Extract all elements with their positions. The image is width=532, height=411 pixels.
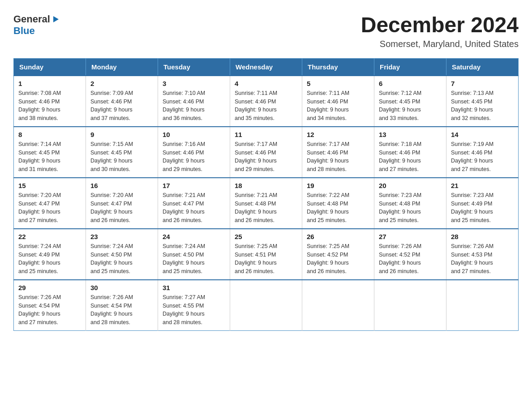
calendar-day-cell: 11 Sunrise: 7:17 AM Sunset: 4:46 PM Dayl… [230, 127, 302, 178]
day-info: Sunrise: 7:20 AM Sunset: 4:47 PM Dayligh… [18, 191, 81, 225]
calendar-day-cell [374, 280, 446, 331]
day-of-week-header: Saturday [446, 58, 519, 76]
calendar-day-cell: 25 Sunrise: 7:25 AM Sunset: 4:51 PM Dayl… [230, 229, 302, 280]
day-number: 13 [379, 131, 442, 138]
day-info: Sunrise: 7:10 AM Sunset: 4:46 PM Dayligh… [163, 89, 225, 123]
day-number: 24 [163, 233, 225, 240]
calendar-day-cell: 15 Sunrise: 7:20 AM Sunset: 4:47 PM Dayl… [14, 178, 86, 229]
title-area: December 2024 Somerset, Maryland, United… [361, 13, 519, 49]
day-info: Sunrise: 7:22 AM Sunset: 4:48 PM Dayligh… [307, 191, 369, 225]
calendar-week-row: 15 Sunrise: 7:20 AM Sunset: 4:47 PM Dayl… [14, 178, 519, 229]
day-info: Sunrise: 7:19 AM Sunset: 4:46 PM Dayligh… [451, 140, 514, 174]
day-info: Sunrise: 7:24 AM Sunset: 4:50 PM Dayligh… [90, 242, 153, 276]
calendar-day-cell: 5 Sunrise: 7:11 AM Sunset: 4:46 PM Dayli… [302, 76, 374, 127]
calendar-day-cell: 7 Sunrise: 7:13 AM Sunset: 4:45 PM Dayli… [446, 76, 519, 127]
logo-blue-text: Blue [13, 25, 35, 36]
calendar-day-cell: 26 Sunrise: 7:25 AM Sunset: 4:52 PM Dayl… [302, 229, 374, 280]
calendar-day-cell: 22 Sunrise: 7:24 AM Sunset: 4:49 PM Dayl… [14, 229, 86, 280]
day-number: 5 [307, 80, 369, 87]
calendar-day-cell: 9 Sunrise: 7:15 AM Sunset: 4:45 PM Dayli… [86, 127, 158, 178]
calendar-day-cell: 29 Sunrise: 7:26 AM Sunset: 4:54 PM Dayl… [14, 280, 86, 331]
calendar-day-cell: 31 Sunrise: 7:27 AM Sunset: 4:55 PM Dayl… [158, 280, 230, 331]
day-info: Sunrise: 7:26 AM Sunset: 4:54 PM Dayligh… [90, 293, 153, 327]
day-number: 25 [235, 233, 297, 240]
calendar-day-cell: 4 Sunrise: 7:11 AM Sunset: 4:46 PM Dayli… [230, 76, 302, 127]
calendar-day-cell: 14 Sunrise: 7:19 AM Sunset: 4:46 PM Dayl… [446, 127, 519, 178]
calendar-day-cell: 2 Sunrise: 7:09 AM Sunset: 4:46 PM Dayli… [86, 76, 158, 127]
calendar-day-cell: 28 Sunrise: 7:26 AM Sunset: 4:53 PM Dayl… [446, 229, 519, 280]
logo-arrow-icon [51, 15, 60, 24]
calendar-day-cell: 17 Sunrise: 7:21 AM Sunset: 4:47 PM Dayl… [158, 178, 230, 229]
day-info: Sunrise: 7:17 AM Sunset: 4:46 PM Dayligh… [235, 140, 297, 174]
calendar-day-cell: 18 Sunrise: 7:21 AM Sunset: 4:48 PM Dayl… [230, 178, 302, 229]
calendar-day-cell [230, 280, 302, 331]
day-number: 29 [18, 284, 81, 291]
day-number: 19 [307, 182, 369, 189]
calendar-day-cell: 12 Sunrise: 7:17 AM Sunset: 4:46 PM Dayl… [302, 127, 374, 178]
day-number: 2 [90, 80, 153, 87]
calendar-day-cell: 16 Sunrise: 7:20 AM Sunset: 4:47 PM Dayl… [86, 178, 158, 229]
calendar-day-cell: 6 Sunrise: 7:12 AM Sunset: 4:45 PM Dayli… [374, 76, 446, 127]
day-of-week-header: Tuesday [158, 58, 230, 76]
calendar-day-cell: 27 Sunrise: 7:26 AM Sunset: 4:52 PM Dayl… [374, 229, 446, 280]
day-number: 6 [379, 80, 442, 87]
day-info: Sunrise: 7:24 AM Sunset: 4:50 PM Dayligh… [163, 242, 225, 276]
day-info: Sunrise: 7:11 AM Sunset: 4:46 PM Dayligh… [235, 89, 297, 123]
day-number: 12 [307, 131, 369, 138]
day-number: 17 [163, 182, 225, 189]
svg-marker-0 [53, 16, 59, 22]
day-number: 9 [90, 131, 153, 138]
logo-general-text: General [13, 13, 50, 25]
day-info: Sunrise: 7:20 AM Sunset: 4:47 PM Dayligh… [90, 191, 153, 225]
day-number: 3 [163, 80, 225, 87]
logo: General Blue [13, 13, 60, 37]
day-info: Sunrise: 7:24 AM Sunset: 4:49 PM Dayligh… [18, 242, 81, 276]
day-number: 30 [90, 284, 153, 291]
day-info: Sunrise: 7:15 AM Sunset: 4:45 PM Dayligh… [90, 140, 153, 174]
day-number: 16 [90, 182, 153, 189]
calendar-day-cell: 8 Sunrise: 7:14 AM Sunset: 4:45 PM Dayli… [14, 127, 86, 178]
day-info: Sunrise: 7:26 AM Sunset: 4:52 PM Dayligh… [379, 242, 442, 276]
day-info: Sunrise: 7:26 AM Sunset: 4:54 PM Dayligh… [18, 293, 81, 327]
calendar-week-row: 29 Sunrise: 7:26 AM Sunset: 4:54 PM Dayl… [14, 280, 519, 331]
day-of-week-header: Wednesday [230, 58, 302, 76]
day-number: 28 [451, 233, 514, 240]
day-info: Sunrise: 7:09 AM Sunset: 4:46 PM Dayligh… [90, 89, 153, 123]
day-info: Sunrise: 7:26 AM Sunset: 4:53 PM Dayligh… [451, 242, 514, 276]
day-number: 31 [163, 284, 225, 291]
calendar-day-cell: 21 Sunrise: 7:23 AM Sunset: 4:49 PM Dayl… [446, 178, 519, 229]
calendar-day-cell: 20 Sunrise: 7:23 AM Sunset: 4:48 PM Dayl… [374, 178, 446, 229]
calendar-day-cell: 10 Sunrise: 7:16 AM Sunset: 4:46 PM Dayl… [158, 127, 230, 178]
day-number: 8 [18, 131, 81, 138]
calendar-week-row: 22 Sunrise: 7:24 AM Sunset: 4:49 PM Dayl… [14, 229, 519, 280]
calendar-day-cell: 13 Sunrise: 7:18 AM Sunset: 4:46 PM Dayl… [374, 127, 446, 178]
calendar-day-cell: 1 Sunrise: 7:08 AM Sunset: 4:46 PM Dayli… [14, 76, 86, 127]
day-info: Sunrise: 7:27 AM Sunset: 4:55 PM Dayligh… [163, 293, 225, 327]
day-info: Sunrise: 7:11 AM Sunset: 4:46 PM Dayligh… [307, 89, 369, 123]
calendar-day-cell: 3 Sunrise: 7:10 AM Sunset: 4:46 PM Dayli… [158, 76, 230, 127]
day-info: Sunrise: 7:14 AM Sunset: 4:45 PM Dayligh… [18, 140, 81, 174]
calendar-header-row: SundayMondayTuesdayWednesdayThursdayFrid… [14, 58, 519, 76]
day-info: Sunrise: 7:21 AM Sunset: 4:48 PM Dayligh… [235, 191, 297, 225]
day-number: 14 [451, 131, 514, 138]
day-number: 15 [18, 182, 81, 189]
day-number: 23 [90, 233, 153, 240]
day-of-week-header: Monday [86, 58, 158, 76]
calendar-day-cell: 30 Sunrise: 7:26 AM Sunset: 4:54 PM Dayl… [86, 280, 158, 331]
day-info: Sunrise: 7:25 AM Sunset: 4:51 PM Dayligh… [235, 242, 297, 276]
day-number: 20 [379, 182, 442, 189]
calendar-day-cell [446, 280, 519, 331]
day-number: 4 [235, 80, 297, 87]
day-number: 1 [18, 80, 81, 87]
day-number: 27 [379, 233, 442, 240]
location-subtitle: Somerset, Maryland, United States [361, 39, 519, 49]
day-of-week-header: Thursday [302, 58, 374, 76]
calendar-day-cell: 19 Sunrise: 7:22 AM Sunset: 4:48 PM Dayl… [302, 178, 374, 229]
month-year-title: December 2024 [361, 13, 519, 37]
day-number: 10 [163, 131, 225, 138]
day-number: 11 [235, 131, 297, 138]
day-of-week-header: Sunday [14, 58, 86, 76]
day-info: Sunrise: 7:13 AM Sunset: 4:45 PM Dayligh… [451, 89, 514, 123]
calendar-day-cell [302, 280, 374, 331]
day-info: Sunrise: 7:18 AM Sunset: 4:46 PM Dayligh… [379, 140, 442, 174]
